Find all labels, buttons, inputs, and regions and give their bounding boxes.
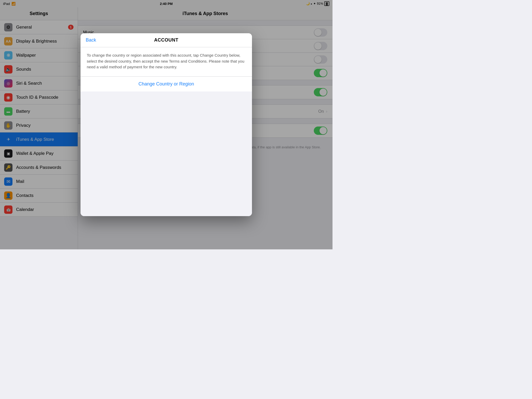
account-modal: Back ACCOUNT To change the country or re… <box>81 33 252 216</box>
modal-description: To change the country or region associat… <box>87 52 246 70</box>
modal-body: To change the country or region associat… <box>81 47 252 76</box>
modal-back-button[interactable]: Back <box>86 37 96 43</box>
change-country-label: Change Country or Region <box>138 81 194 87</box>
modal-overlay[interactable]: Back ACCOUNT To change the country or re… <box>0 0 332 249</box>
modal-header: Back ACCOUNT <box>81 33 252 47</box>
modal-title: ACCOUNT <box>154 37 178 43</box>
modal-spacer <box>81 91 252 216</box>
change-country-button[interactable]: Change Country or Region <box>81 77 252 91</box>
